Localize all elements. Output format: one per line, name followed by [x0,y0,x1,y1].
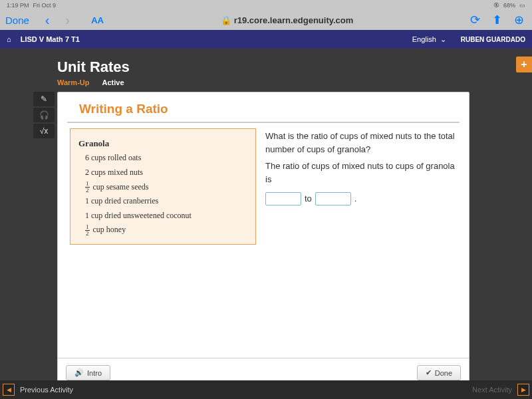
next-activity-nav[interactable]: Next Activity ▶ [472,384,529,396]
prev-activity-nav[interactable]: ◀ Previous Activity [3,384,73,396]
recipe-box: Granola 6 cups rolled oats 2 cups mixed … [70,128,256,245]
answer-row: to . [265,192,457,205]
share-icon[interactable]: ⬆ [492,13,502,27]
lesson-panel: Writing a Ratio Granola 6 cups rolled oa… [57,92,469,388]
ingredient: 1 cup dried cranberries [78,194,247,209]
battery-glyph: ▭ [519,2,525,9]
language-selector[interactable]: English ⌄ [412,35,446,44]
math-tool[interactable]: √x [33,124,55,138]
ingredient: 12 cup honey [78,223,247,237]
done-lesson-button[interactable]: ✔ Done [417,365,461,380]
url-text: r19.core.learn.edgenuity.com [234,15,354,25]
pencil-tool[interactable]: ✎ [33,92,55,106]
lesson-topic: Writing a Ratio [67,92,460,123]
bottom-bar: ◀ Previous Activity Next Activity ▶ [0,380,532,399]
forward-button[interactable]: › [66,13,70,28]
address-bar[interactable]: 🔒 r19.core.learn.edgenuity.com [104,15,470,25]
ingredient: 2 cups mixed nuts [78,166,247,180]
tool-strip: ✎ 🎧 √x [33,92,55,138]
next-activity-label: Next Activity [472,386,512,394]
question-text-2: The ratio of cups of mixed nuts to cups … [265,160,457,186]
status-time: 1:19 PM [7,2,29,9]
app-header: ⌂ LISD V Math 7 T1 English ⌄ RUBEN GUARD… [0,30,532,49]
ingredient: 12 cup sesame seeds [78,180,247,195]
ingredient: 6 cups rolled oats [78,151,247,166]
lock-icon: 🔒 [221,15,231,25]
language-label: English [412,35,436,43]
speaker-icon: 🔊 [74,368,84,377]
check-icon: ✔ [426,368,432,377]
prev-arrow-icon: ◀ [3,384,15,396]
recipe-title: Granola [78,136,247,151]
compass-icon[interactable]: ⊕ [514,13,524,27]
ios-status-bar: 1:19 PM Fri Oct 9 ⦿ 68% ▭ [0,0,532,10]
battery-icon: ⦿ [493,2,499,9]
refresh-icon[interactable]: ⟳ [470,13,480,27]
audio-tool[interactable]: 🎧 [33,108,55,122]
battery-percent: 68% [503,2,515,9]
prev-activity-label: Previous Activity [20,386,73,394]
active-tab[interactable]: Active [102,78,124,86]
text-size-button[interactable]: AA [91,15,104,25]
user-name: RUBEN GUARDADO [461,36,525,43]
ratio-input-1[interactable] [265,192,301,205]
main-area: Unit Rates Warm-Up Active + ✎ 🎧 √x Writi… [0,49,532,399]
safari-toolbar: Done ‹ › AA 🔒 r19.core.learn.edgenuity.c… [0,10,532,30]
lesson-content: Granola 6 cups rolled oats 2 cups mixed … [58,123,469,250]
to-label: to [305,192,312,205]
question-column: What is the ratio of cups of mixed nuts … [265,128,457,245]
warmup-tab[interactable]: Warm-Up [57,78,89,86]
done-button[interactable]: Done [5,15,29,26]
unit-heading: Unit Rates Warm-Up Active [57,59,130,86]
intro-label: Intro [87,369,102,377]
next-arrow-icon: ▶ [517,384,529,396]
intro-button[interactable]: 🔊 Intro [66,365,110,380]
course-title: LISD V Math 7 T1 [21,35,412,43]
period-label: . [354,192,357,205]
question-text-1: What is the ratio of cups of mixed nuts … [265,130,457,156]
add-button[interactable]: + [516,57,532,72]
home-icon[interactable]: ⌂ [7,35,11,43]
back-button[interactable]: ‹ [45,13,50,28]
chevron-down-icon: ⌄ [440,35,446,44]
ingredient: 1 cup dried unsweetened coconut [78,209,247,223]
done-label: Done [435,369,452,377]
status-date: Fri Oct 9 [33,2,57,9]
ratio-input-2[interactable] [315,192,351,205]
unit-title: Unit Rates [57,59,130,76]
